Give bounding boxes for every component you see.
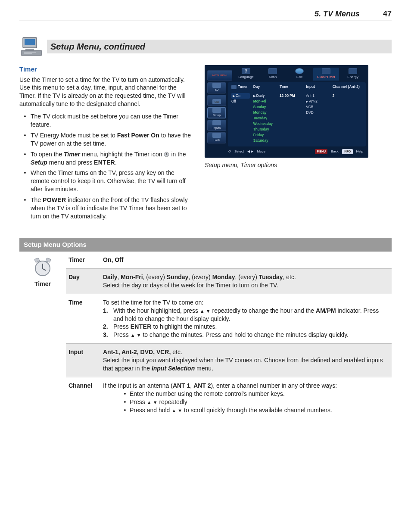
bullet-press-key: When the Timer turns on the TV, press an… (31, 169, 192, 193)
svg-rect-3 (21, 50, 42, 56)
brand-logo: MITSUBISHI (207, 70, 232, 81)
channel-value[interactable]: 2 (331, 92, 364, 145)
up-down-arrows-icon: ▲ ▼ (131, 333, 141, 338)
side-setup[interactable]: Setup (207, 107, 226, 118)
section-title: Setup Menu, continued (47, 40, 392, 53)
svg-rect-2 (25, 49, 34, 50)
col-channel: Channel (Ant-2) (331, 82, 364, 91)
row-day: Day Daily, Mon-Fri, (every) Sunday, (eve… (66, 269, 392, 294)
tab-energy[interactable]: Energy (340, 68, 366, 81)
enter-icon: ⟲ (228, 149, 231, 154)
timer-options[interactable]: ▶On Off (230, 92, 252, 145)
bullet-energy-mode: TV Energy Mode must be set to Fast Power… (31, 131, 192, 148)
options-side-label: Timer (19, 280, 66, 288)
tab-scan[interactable]: Scan (260, 68, 286, 81)
inputs-icon (212, 120, 221, 125)
page-header: 5. TV Menus 47 (19, 9, 392, 21)
svg-rect-4 (24, 52, 36, 53)
side-lock[interactable]: Lock (207, 132, 226, 143)
col-input: Input (304, 82, 330, 91)
setup-menu-screenshot: MITSUBISHI Language Scan Edit Clock/Time… (205, 65, 368, 157)
cc-icon: CC (212, 99, 221, 104)
time-value[interactable]: 12:00 PM (278, 92, 304, 145)
day-options[interactable]: ▶Daily Mon-Fri Sunday Monday Tuesday Wed… (252, 92, 278, 145)
tv-monitor-icon (19, 36, 44, 57)
energy-icon (349, 68, 357, 74)
timer-clock-icon (32, 258, 53, 277)
arrows-icon: ◀ ▶ (247, 149, 253, 154)
info-button[interactable]: INFO (342, 149, 353, 154)
globe-icon (295, 68, 304, 74)
svg-rect-1 (25, 39, 35, 45)
timer-head-icon (231, 85, 237, 89)
clock-icon (322, 68, 330, 74)
input-options[interactable]: Ant-1 ▶Ant-2 VCR DVD (304, 92, 330, 145)
menu-button[interactable]: MENU (315, 149, 327, 154)
header-section: 5. TV Menus (314, 9, 360, 19)
clock-mini-icon (164, 151, 169, 157)
row-input: Input Ant-1, Ant-2, DVD, VCR, etc. Selec… (66, 344, 392, 377)
col-day: Day (252, 82, 278, 91)
side-cc[interactable]: CC (207, 95, 226, 106)
scan-icon (268, 68, 277, 74)
side-inputs[interactable]: Inputs (207, 120, 226, 131)
options-header: Setup Menu Options (19, 238, 392, 252)
up-down-arrows-icon: ▲ ▼ (200, 308, 211, 314)
bullet-open-timer: To open the Timer menu, highlight the Ti… (31, 150, 192, 167)
up-down-arrows-icon: ▲ ▼ (147, 400, 158, 405)
up-down-arrows-icon: ▲ ▼ (171, 408, 182, 413)
lock-icon (212, 133, 221, 138)
row-timer: Timer On, Off (66, 252, 392, 269)
tab-language[interactable]: Language (233, 68, 259, 81)
side-av[interactable]: AV (207, 82, 226, 93)
row-channel: Channel If the input is an antenna (ANT … (66, 377, 392, 419)
header-page: 47 (383, 9, 392, 19)
timer-intro: Use the Timer to set a time for the TV t… (19, 76, 192, 109)
col-time: Time (278, 82, 304, 91)
timer-heading: Timer (19, 65, 192, 74)
timer-bullet-list: The TV clock must be set before you can … (19, 112, 192, 221)
av-icon (212, 83, 221, 88)
tab-clock-timer[interactable]: Clock/Timer (313, 68, 339, 81)
question-icon (242, 68, 250, 74)
col-timer: Timer (238, 84, 248, 89)
section-title-band: Setup Menu, continued (19, 36, 392, 57)
svg-rect-5 (24, 53, 32, 54)
bullet-power-indicator: The POWER indicator on the front of the … (31, 196, 192, 221)
setup-menu-options-table: Setup Menu Options Timer Timer On, Off D… (19, 238, 392, 419)
row-time: Time To set the time for the TV to come … (66, 294, 392, 344)
screenshot-caption: Setup menu, Timer options (205, 161, 392, 169)
setup-icon (212, 108, 221, 113)
bullet-clock-required: The TV clock must be set before you can … (31, 112, 192, 129)
tab-edit[interactable]: Edit (286, 68, 312, 81)
